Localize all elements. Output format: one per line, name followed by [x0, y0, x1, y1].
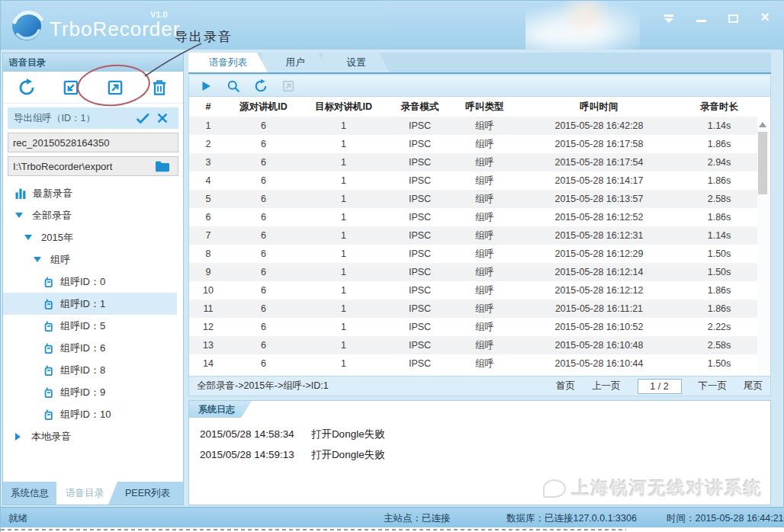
tab-system-info[interactable]: 系统信息 [3, 482, 56, 505]
export-filename-value: rec_20150528164350 [13, 137, 173, 149]
search-icon[interactable] [224, 77, 243, 95]
main-panel: 语音列表 用户 设置 # 源对讲机ID [188, 53, 771, 505]
tree-item-local[interactable]: 本地录音 [3, 425, 183, 447]
table-row[interactable]: 1161IPSC组呼2015-05-28 16:11:211.86s [189, 300, 757, 318]
status-time: 时间：2015-05-28 16:44:21 [667, 512, 784, 525]
recordings-table: # 源对讲机ID 目标对讲机ID 录音模式 呼叫类型 呼叫时间 录音时长 161… [188, 97, 771, 396]
maximize-icon[interactable] [727, 9, 739, 23]
table-scrollbar[interactable] [757, 120, 769, 393]
tab-voice-list[interactable]: 语音列表 [188, 53, 268, 72]
log-entry: 2015/05/28 14:58:34打开Dongle失败 [200, 424, 760, 444]
log-entry: 2015/05/28 14:59:13打开Dongle失败 [200, 444, 760, 465]
window-controls: × [663, 7, 771, 25]
scrollbar-thumb[interactable] [758, 132, 767, 194]
radio-icon [43, 342, 54, 354]
radio-icon [43, 409, 54, 421]
next-page-button[interactable]: 下一页 [699, 380, 728, 393]
status-ready: 就绪 [8, 512, 27, 525]
refresh-icon[interactable] [15, 76, 38, 99]
expanded-arrow-icon [24, 235, 32, 240]
table-row[interactable]: 661IPSC组呼2015-05-28 16:12:521.86s [189, 208, 757, 226]
tab-settings[interactable]: 设置 [323, 53, 390, 72]
radio-icon [43, 364, 54, 377]
table-row[interactable]: 961IPSC组呼2015-05-28 16:12:141.50s [189, 263, 757, 281]
table-header: # 源对讲机ID 目标对讲机ID 录音模式 呼叫类型 呼叫时间 录音时长 [189, 97, 757, 117]
refresh-icon[interactable] [252, 77, 270, 95]
cancel-x-icon[interactable] [153, 109, 172, 127]
radio-icon [43, 386, 54, 399]
system-log-panel: 系统日志 2015/05/28 14:58:34打开Dongle失败2015/0… [188, 400, 771, 505]
app-logo-icon [8, 7, 45, 43]
col-call-time[interactable]: 呼叫时间 [517, 97, 681, 117]
status-bar: 就绪 主站点：已连接 数据库：已连接127.0.0.1:3306 时间：2015… [1, 507, 784, 527]
col-index[interactable]: # [189, 97, 227, 117]
col-source-id[interactable]: 源对讲机ID [227, 97, 300, 117]
header-photo [525, 1, 640, 50]
status-master-site: 主站点：已连接 [384, 512, 451, 525]
tree-item-group-id[interactable]: 组呼ID：8 [3, 359, 183, 381]
export-panel-header: 导出组呼（ID：1） [8, 107, 178, 129]
table-row[interactable]: 1461IPSC组呼2015-05-28 16:10:441.50s [189, 354, 757, 373]
tree-item-group-id[interactable]: 组呼ID：5 [3, 315, 183, 337]
col-target-id[interactable]: 目标对讲机ID [300, 97, 387, 117]
expanded-arrow-icon [34, 257, 41, 262]
main-tabs: 语音列表 用户 设置 [188, 53, 771, 74]
col-record-mode[interactable]: 录音模式 [387, 97, 452, 117]
annotation-text: 导出录音 [175, 28, 233, 46]
table-row[interactable]: 861IPSC组呼2015-05-28 16:12:291.50s [189, 245, 757, 263]
tab-system-log[interactable]: 系统日志 [189, 401, 252, 418]
voice-tree: 最新录音 全部录音 2015年 组呼 组呼ID：0组呼ID：1组呼ID：5组呼I… [3, 182, 183, 447]
last-page-button[interactable]: 尾页 [744, 380, 763, 393]
rollup-icon[interactable] [663, 9, 675, 23]
table-row[interactable]: 461IPSC组呼2015-05-28 16:14:171.86s [189, 171, 757, 190]
tree-item-year[interactable]: 2015年 [3, 226, 183, 248]
col-duration[interactable]: 录音时长 [681, 97, 757, 117]
tab-users[interactable]: 用户 [262, 53, 329, 72]
table-row[interactable]: 361IPSC组呼2015-05-28 16:17:542.94s [189, 153, 757, 171]
tree-item-group-id[interactable]: 组呼ID：6 [3, 337, 183, 359]
table-row[interactable]: 1261IPSC组呼2015-05-28 16:10:522.22s [189, 318, 757, 336]
table-row[interactable]: 1061IPSC组呼2015-05-28 16:12:121.86s [189, 281, 757, 300]
table-row[interactable]: 161IPSC组呼2015-05-28 16:42:281.14s [189, 117, 757, 135]
export-icon[interactable] [104, 76, 127, 99]
close-icon[interactable]: × [759, 9, 771, 23]
tree-item-group-id[interactable]: 组呼ID：9 [3, 381, 183, 403]
table-row[interactable]: 261IPSC组呼2015-05-28 16:17:581.86s [189, 135, 757, 153]
status-database: 数据库：已连接127.0.0.1:3306 [506, 512, 637, 525]
radio-icon [43, 298, 54, 310]
first-page-button[interactable]: 首页 [556, 380, 575, 393]
tab-peer-list[interactable]: PEER列表 [117, 482, 178, 505]
tree-item-group[interactable]: 组呼 [3, 248, 183, 271]
export-panel-title: 导出组呼（ID：1） [14, 112, 95, 125]
delete-icon[interactable] [148, 76, 171, 99]
page-number-input[interactable]: 1 / 2 [638, 379, 682, 394]
minimize-icon[interactable] [695, 9, 707, 23]
confirm-check-icon[interactable] [133, 109, 153, 127]
col-call-type[interactable]: 呼叫类型 [452, 97, 517, 117]
table-body: 161IPSC组呼2015-05-28 16:42:281.14s261IPSC… [189, 117, 757, 373]
table-row[interactable]: 561IPSC组呼2015-05-28 16:13:572.58s [189, 190, 757, 208]
title-bar: TrboRecorder V1.0 导出录音 × [1, 1, 784, 50]
app-window: TrboRecorder V1.0 导出录音 × 语音目录 [0, 0, 784, 532]
pagination-bar: 全部录音->2015年->组呼->ID:1 首页 上一页 1 / 2 下一页 尾… [188, 376, 771, 396]
tree-item-group-id[interactable]: 组呼ID：10 [3, 403, 183, 425]
tree-item-group-id[interactable]: 组呼ID：1 [3, 293, 177, 315]
play-icon[interactable] [197, 77, 215, 95]
import-icon[interactable] [59, 76, 82, 99]
prev-page-button[interactable]: 上一页 [592, 380, 621, 393]
list-toolbar [188, 75, 771, 97]
table-row[interactable]: 1361IPSC组呼2015-05-28 16:10:482.58s [189, 336, 757, 354]
browse-folder-icon[interactable] [152, 158, 173, 175]
tree-item-latest[interactable]: 最新录音 [3, 182, 183, 204]
export-path-field[interactable]: I:\TrboRecorder\export [8, 156, 178, 176]
expanded-arrow-icon [15, 213, 23, 218]
export-filename-field[interactable]: rec_20150528164350 [8, 133, 178, 152]
breadcrumb: 全部录音->2015年->组呼->ID:1 [197, 380, 539, 393]
scroll-up-icon[interactable] [759, 122, 766, 127]
sidebar: 语音目录 导出组呼（ID：1） [2, 53, 184, 505]
bottom-edge [1, 527, 784, 532]
tree-item-group-id[interactable]: 组呼ID：0 [3, 271, 183, 293]
tree-item-all[interactable]: 全部录音 [3, 204, 183, 226]
table-row[interactable]: 761IPSC组呼2015-05-28 16:12:311.14s [189, 226, 757, 245]
tab-voice-directory[interactable]: 语音目录 [56, 482, 117, 505]
